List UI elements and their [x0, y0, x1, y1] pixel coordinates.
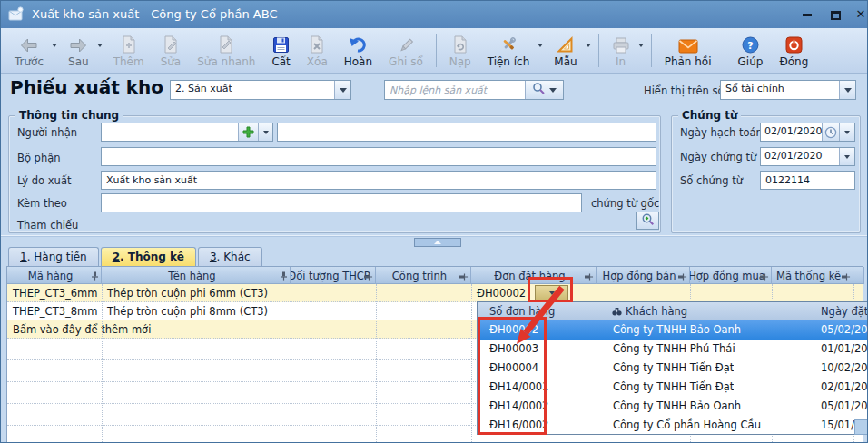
voucher-type-combobox[interactable]: 2. Sản xuất	[170, 80, 351, 100]
production-order-search-input[interactable]	[385, 81, 525, 99]
utilities-dropdown-arrow[interactable]	[538, 30, 546, 73]
pin-icon[interactable]	[280, 271, 288, 283]
search-icon	[532, 82, 546, 99]
toolbar-label: Trước	[15, 55, 44, 68]
pin-icon[interactable]	[363, 273, 376, 281]
search-dropdown-button[interactable]	[525, 81, 563, 99]
clock-icon[interactable]	[822, 123, 839, 141]
toolbar-label: Ghi sổ	[389, 55, 423, 68]
print-dropdown-arrow[interactable]	[638, 30, 646, 73]
undo-icon	[349, 34, 367, 54]
maximize-button[interactable]	[825, 8, 845, 25]
pin-icon[interactable]	[759, 273, 772, 281]
add-new-row-label[interactable]: Bấm vào đây để thêm mới	[7, 320, 280, 338]
tab-hang-tien[interactable]: 1. Hàng tiền	[8, 247, 99, 266]
delete-icon	[309, 34, 325, 54]
column-header-doi-tuong-thcp[interactable]: Đối tượng THCP	[291, 267, 376, 284]
column-header-ten-hang[interactable]: Tên hàng	[102, 267, 291, 284]
back-icon	[19, 34, 39, 54]
popup-order-date: 05/02/2020	[821, 323, 868, 336]
forward-icon	[68, 34, 88, 54]
production-order-search[interactable]	[384, 80, 564, 100]
pin-icon[interactable]	[91, 271, 99, 283]
toolbar-button-template[interactable]: Mẫu	[546, 30, 585, 73]
popup-scroll-thumb[interactable]	[854, 419, 868, 435]
cell-ten-hang[interactable]: Thép tròn cuộn phi 8mm (CT3)	[102, 302, 291, 320]
toolbar-button-edit[interactable]: Sửa	[153, 30, 190, 73]
attachment-suffix-label: chứng từ gốc	[591, 197, 659, 210]
toolbar-button-utilities[interactable]: Tiện ích	[479, 30, 538, 73]
document-date-picker[interactable]: 02/01/2020	[760, 147, 855, 166]
grid-row-selected[interactable]: THEP_CT3_6mm Thép tròn cuộn phi 6mm (CT3…	[7, 284, 863, 302]
toolbar-button-previous[interactable]: Trước	[6, 30, 52, 73]
power-close-icon	[785, 34, 803, 54]
template-dropdown-arrow[interactable]	[586, 30, 594, 73]
next-dropdown-arrow[interactable]	[97, 30, 105, 73]
popup-column-khach-hang[interactable]: Khách hàng	[626, 305, 687, 318]
display-on-book-combobox[interactable]: Sổ tài chính	[720, 80, 856, 100]
toolbar-label: Cất	[271, 55, 290, 68]
column-header-cong-trinh[interactable]: Công trình	[376, 267, 471, 284]
pin-icon[interactable]	[841, 273, 853, 281]
document-date-dropdown-button[interactable]	[839, 148, 854, 165]
toolbar-separator	[598, 34, 599, 67]
envelope-icon	[678, 34, 698, 54]
toolbar-button-post[interactable]: Ghi sổ	[380, 30, 431, 73]
column-header-ma-hang[interactable]: Mã hàng	[7, 267, 102, 284]
posting-date-picker[interactable]: 02/01/2020	[760, 123, 855, 142]
cell-ten-hang[interactable]: Thép tròn cuộn phi 6mm (CT3)	[102, 284, 291, 301]
toolbar-button-undo[interactable]: Hoàn	[336, 30, 380, 73]
tab-label: . Khác	[217, 251, 251, 263]
previous-dropdown-arrow[interactable]	[52, 30, 60, 73]
reference-lookup-button[interactable]	[636, 212, 659, 230]
toolbar-button-delete[interactable]: Xóa	[299, 30, 336, 73]
column-header-ma-thong-ke[interactable]: Mã thống kê	[772, 267, 853, 284]
toolbar-button-save[interactable]: Cất	[263, 30, 298, 73]
toolbar-separator	[725, 34, 725, 67]
tab-label: . Hàng tiền	[27, 251, 87, 263]
column-header-hop-dong-ban[interactable]: Hợp đồng bán	[597, 267, 690, 284]
popup-column-ngay-dat-hang[interactable]: Ngày đặt hàng	[821, 305, 868, 318]
toolbar-button-add[interactable]: Thêm	[105, 30, 153, 73]
reason-input[interactable]	[101, 171, 656, 190]
department-input[interactable]	[101, 147, 656, 166]
pin-icon[interactable]	[677, 273, 690, 281]
document-date-value: 02/01/2020	[761, 148, 839, 165]
pin-icon[interactable]	[459, 273, 471, 281]
column-header-hop-dong-mua[interactable]: Hợp đồng mua	[690, 267, 772, 284]
toolbar-button-help[interactable]: ? Giúp	[730, 30, 772, 73]
toolbar-button-quick-edit[interactable]: Sửa nhanh	[189, 30, 263, 73]
cell-ma-hang[interactable]: THEP_CT3_6mm	[7, 284, 102, 301]
posting-date-dropdown-button[interactable]	[839, 123, 854, 141]
toolbar-label: Sau	[68, 55, 89, 68]
cell-ma-hang[interactable]: THEP_CT3_8mm	[7, 302, 102, 320]
voucher-type-value: 2. Sản xuất	[171, 81, 334, 99]
receiver-combobox[interactable]	[101, 123, 273, 142]
toolbar-button-next[interactable]: Sau	[60, 30, 97, 73]
close-window-button[interactable]: ✕	[851, 6, 868, 23]
tab-label: . Thống kê	[120, 251, 184, 263]
save-icon	[272, 34, 290, 54]
receiver-name-input[interactable]	[277, 123, 656, 142]
display-on-book-dropdown-button[interactable]	[839, 81, 855, 99]
voucher-type-dropdown-button[interactable]	[334, 81, 350, 99]
receiver-dropdown-button[interactable]	[258, 123, 272, 141]
toolbar-label: Hoàn	[344, 55, 372, 68]
toolbar-button-reload[interactable]: Nạp	[441, 30, 479, 73]
toolbar-separator	[651, 34, 652, 67]
attachment-input[interactable]	[101, 193, 582, 212]
toolbar-button-print[interactable]: In	[604, 30, 638, 73]
grid-column-line	[471, 284, 472, 443]
tab-thong-ke[interactable]: 2. Thống kê	[101, 247, 196, 266]
document-no-input[interactable]	[760, 171, 855, 190]
toolbar: Trước Sau Thêm Sửa Sửa nhanh Cất Xóa	[1, 28, 867, 74]
pin-icon[interactable]	[584, 273, 597, 281]
receiver-value	[102, 123, 238, 141]
splitter-collapse-handle[interactable]	[414, 238, 461, 247]
tab-khac[interactable]: 3. Khác	[198, 247, 262, 266]
toolbar-button-close[interactable]: Đóng	[771, 30, 816, 73]
toolbar-button-feedback[interactable]: Phản hồi	[656, 30, 720, 73]
toolbar-label: Nạp	[449, 55, 471, 68]
add-receiver-button[interactable]	[238, 123, 258, 141]
minimize-button[interactable]	[797, 6, 817, 23]
